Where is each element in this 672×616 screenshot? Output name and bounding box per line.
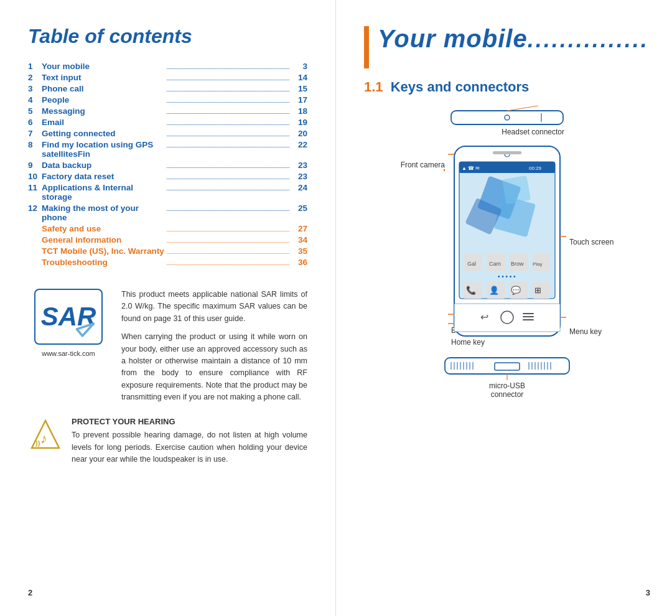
front-camera-label: Front camera [401, 161, 445, 169]
svg-text:00:29: 00:29 [529, 166, 542, 171]
svg-line-7 [507, 106, 538, 111]
svg-text:↩: ↩ [480, 312, 488, 322]
svg-rect-41 [493, 151, 521, 154]
toc-item: 5Messaging18 [28, 106, 307, 116]
right-page: Your mobile............... 1.1 Keys and … [336, 0, 672, 616]
section-num: 1.1 [364, 79, 383, 95]
toc-item-label: Factory data reset [42, 172, 164, 181]
phone-front-svg: 00:29 ▲ ☎ ✉ Gal Cam Brow Play [448, 143, 566, 342]
toc-item-dots [167, 147, 289, 147]
svg-rect-34 [454, 304, 560, 332]
sar-checkmark [74, 318, 96, 340]
toc-item: 11Applications & Internal storage24 [28, 183, 307, 202]
toc-item-label: Your mobile [42, 62, 164, 71]
toc-item-label: Messaging [42, 106, 164, 116]
toc-item-num: 10 [28, 172, 42, 181]
toc-item-label: Applications & Internal storage [42, 183, 164, 202]
toc-item-page: 3 [292, 62, 307, 71]
toc-item: 8Find my location using GPS satellitesFi… [28, 140, 307, 159]
toc-item: 3Phone call15 [28, 84, 307, 93]
section-heading: 1.1 Keys and connectors [364, 79, 650, 95]
toc-item-num: 6 [28, 118, 42, 127]
headset-connector-text: Headset connector [502, 128, 564, 136]
svg-marker-0 [77, 324, 94, 336]
toc-item-label: Phone call [42, 84, 164, 93]
toc-item-label: Safety and use [42, 224, 164, 233]
svg-text:)): )) [35, 439, 40, 447]
toc-item-label: Troubleshooting [42, 258, 164, 267]
connector-label: connector [491, 390, 524, 399]
toc-item-page: 15 [292, 84, 307, 93]
svg-text:Cam: Cam [489, 261, 501, 267]
svg-text:Gal: Gal [467, 261, 476, 267]
toc-item-page: 27 [292, 224, 307, 233]
sar-url: www.sar-tick.com [42, 350, 95, 357]
toc-item-page: 35 [292, 246, 307, 256]
touch-screen-label: Touch screen [569, 238, 625, 246]
page-number-left: 2 [28, 579, 307, 597]
toc-item-dots [167, 253, 289, 254]
toc-item: TCT Mobile (US), Inc. Warranty35 [28, 246, 307, 256]
toc-item-dots [167, 264, 289, 265]
protect-content: PROTECT YOUR HEARING To prevent possible… [72, 417, 307, 465]
toc-item-page: 24 [292, 183, 307, 192]
usb-labels: micro-USB connector [489, 381, 525, 399]
sar-info: This product meets applicable national S… [121, 289, 307, 403]
phone-diagrams: Headset connector Front camera 0 [364, 105, 650, 588]
toc-item-num: 8 [28, 140, 42, 149]
toc-item-num: 7 [28, 129, 42, 138]
svg-rect-37 [523, 313, 534, 314]
menu-key-label: Menu key [569, 327, 625, 336]
toc-item-label: General information [42, 235, 164, 245]
toc-item-page: 23 [292, 161, 307, 170]
svg-rect-4 [451, 111, 563, 124]
sar-para1: This product meets applicable national S… [121, 289, 307, 325]
toc-item-dots [167, 113, 289, 114]
toc-item-page: 25 [292, 203, 307, 213]
toc-item-label: Find my location using GPS satellitesFin [42, 140, 164, 159]
toc-item-label: People [42, 95, 164, 105]
toc-item: 10Factory data reset23 [28, 172, 307, 181]
svg-text:⊞: ⊞ [534, 286, 541, 295]
toc-item: 12Making the most of your phone25 [28, 203, 307, 222]
toc-item: 1Your mobile3 [28, 62, 307, 71]
toc-item-dots [167, 242, 289, 243]
svg-text:💬: 💬 [511, 285, 521, 296]
svg-text:Play: Play [533, 261, 543, 267]
protect-section: ♪ )) PROTECT YOUR HEARING To prevent pos… [28, 417, 307, 465]
toc-item-page: 20 [292, 129, 307, 138]
micro-usb-label: micro-USB [489, 381, 525, 390]
your-mobile-title: Your mobile............... [378, 25, 649, 53]
toc-item: General information34 [28, 235, 307, 245]
toc-item-page: 17 [292, 95, 307, 105]
toc-item: 4People17 [28, 95, 307, 105]
toc-list: 1Your mobile32Text input143Phone call154… [28, 62, 307, 269]
toc-item-dots [167, 190, 289, 190]
toc-item-page: 14 [292, 73, 307, 82]
protect-icon: ♪ )) [28, 417, 62, 451]
toc-item-num: 2 [28, 73, 42, 82]
toc-item-dots [167, 80, 289, 80]
toc-item: 2Text input14 [28, 73, 307, 82]
toc-item-dots [167, 167, 289, 168]
toc-item-num: 11 [28, 183, 42, 192]
phone-bottom-svg [432, 353, 582, 380]
headset-label: Headset connector [439, 126, 576, 137]
sar-para2: When carrying the product or using it wh… [121, 331, 307, 403]
orange-bar [364, 26, 369, 68]
svg-text:👤: 👤 [489, 285, 500, 296]
svg-rect-48 [495, 363, 520, 370]
section-title: Keys and connectors [391, 79, 530, 95]
toc-item-label: Text input [42, 73, 164, 82]
svg-rect-39 [523, 319, 534, 320]
toc-item: 7Getting connected20 [28, 129, 307, 138]
left-page: Table of contents 1Your mobile32Text inp… [0, 0, 336, 616]
toc-item-page: 23 [292, 172, 307, 181]
svg-text:📞: 📞 [466, 285, 477, 296]
svg-rect-16 [502, 175, 531, 204]
toc-item-num: 4 [28, 95, 42, 105]
your-mobile-text: Your mobile............... [378, 25, 649, 52]
svg-text:Brow: Brow [511, 261, 524, 267]
svg-text:• • • • •: • • • • • [498, 273, 516, 280]
toc-item-dots [167, 124, 289, 125]
